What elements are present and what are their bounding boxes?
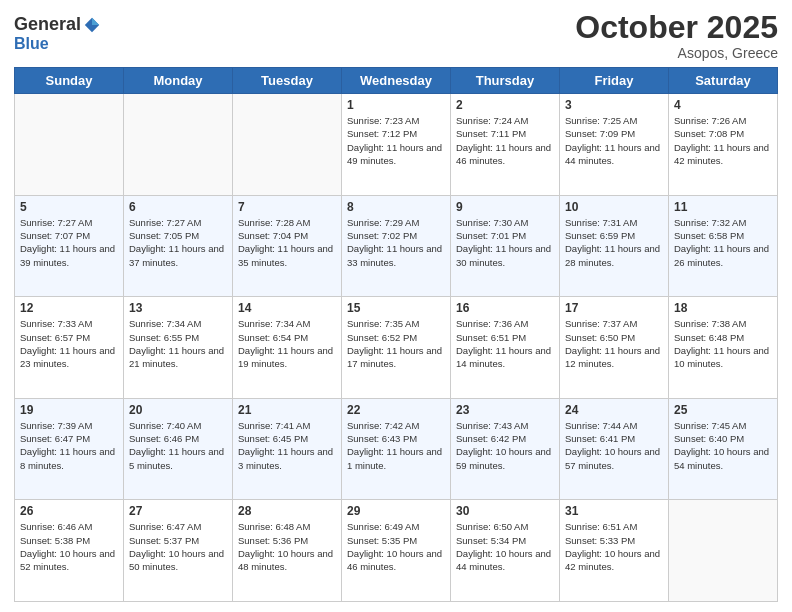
day-info: Sunrise: 7:40 AM Sunset: 6:46 PM Dayligh… xyxy=(129,419,227,472)
day-info: Sunrise: 7:43 AM Sunset: 6:42 PM Dayligh… xyxy=(456,419,554,472)
day-number: 17 xyxy=(565,301,663,315)
weekday-header-row: SundayMondayTuesdayWednesdayThursdayFrid… xyxy=(15,68,778,94)
day-info: Sunrise: 7:36 AM Sunset: 6:51 PM Dayligh… xyxy=(456,317,554,370)
calendar-cell: 13Sunrise: 7:34 AM Sunset: 6:55 PM Dayli… xyxy=(124,297,233,399)
weekday-header: Tuesday xyxy=(233,68,342,94)
month-title: October 2025 xyxy=(575,10,778,45)
day-info: Sunrise: 6:47 AM Sunset: 5:37 PM Dayligh… xyxy=(129,520,227,573)
day-number: 6 xyxy=(129,200,227,214)
calendar-cell: 29Sunrise: 6:49 AM Sunset: 5:35 PM Dayli… xyxy=(342,500,451,602)
calendar-cell: 23Sunrise: 7:43 AM Sunset: 6:42 PM Dayli… xyxy=(451,398,560,500)
calendar-cell xyxy=(669,500,778,602)
day-info: Sunrise: 7:23 AM Sunset: 7:12 PM Dayligh… xyxy=(347,114,445,167)
calendar-cell: 24Sunrise: 7:44 AM Sunset: 6:41 PM Dayli… xyxy=(560,398,669,500)
calendar-cell: 30Sunrise: 6:50 AM Sunset: 5:34 PM Dayli… xyxy=(451,500,560,602)
calendar-cell xyxy=(124,94,233,196)
calendar-cell: 19Sunrise: 7:39 AM Sunset: 6:47 PM Dayli… xyxy=(15,398,124,500)
calendar-week-row: 12Sunrise: 7:33 AM Sunset: 6:57 PM Dayli… xyxy=(15,297,778,399)
day-info: Sunrise: 6:49 AM Sunset: 5:35 PM Dayligh… xyxy=(347,520,445,573)
day-number: 24 xyxy=(565,403,663,417)
day-number: 18 xyxy=(674,301,772,315)
day-number: 19 xyxy=(20,403,118,417)
calendar-cell: 10Sunrise: 7:31 AM Sunset: 6:59 PM Dayli… xyxy=(560,195,669,297)
calendar-cell: 6Sunrise: 7:27 AM Sunset: 7:05 PM Daylig… xyxy=(124,195,233,297)
weekday-header: Wednesday xyxy=(342,68,451,94)
day-info: Sunrise: 7:32 AM Sunset: 6:58 PM Dayligh… xyxy=(674,216,772,269)
day-number: 10 xyxy=(565,200,663,214)
logo-icon xyxy=(83,16,101,34)
day-number: 27 xyxy=(129,504,227,518)
calendar-cell: 11Sunrise: 7:32 AM Sunset: 6:58 PM Dayli… xyxy=(669,195,778,297)
calendar-cell: 9Sunrise: 7:30 AM Sunset: 7:01 PM Daylig… xyxy=(451,195,560,297)
day-number: 3 xyxy=(565,98,663,112)
day-number: 1 xyxy=(347,98,445,112)
logo-text: General xyxy=(14,14,101,35)
day-number: 15 xyxy=(347,301,445,315)
day-number: 2 xyxy=(456,98,554,112)
day-number: 14 xyxy=(238,301,336,315)
day-number: 11 xyxy=(674,200,772,214)
day-info: Sunrise: 7:26 AM Sunset: 7:08 PM Dayligh… xyxy=(674,114,772,167)
day-info: Sunrise: 7:25 AM Sunset: 7:09 PM Dayligh… xyxy=(565,114,663,167)
day-info: Sunrise: 7:27 AM Sunset: 7:07 PM Dayligh… xyxy=(20,216,118,269)
day-number: 9 xyxy=(456,200,554,214)
day-number: 12 xyxy=(20,301,118,315)
day-info: Sunrise: 7:31 AM Sunset: 6:59 PM Dayligh… xyxy=(565,216,663,269)
day-number: 25 xyxy=(674,403,772,417)
page: General Blue October 2025 Asopos, Greece… xyxy=(0,0,792,612)
weekday-header: Saturday xyxy=(669,68,778,94)
day-number: 31 xyxy=(565,504,663,518)
day-info: Sunrise: 7:38 AM Sunset: 6:48 PM Dayligh… xyxy=(674,317,772,370)
day-number: 5 xyxy=(20,200,118,214)
day-info: Sunrise: 7:41 AM Sunset: 6:45 PM Dayligh… xyxy=(238,419,336,472)
day-info: Sunrise: 7:24 AM Sunset: 7:11 PM Dayligh… xyxy=(456,114,554,167)
day-info: Sunrise: 6:50 AM Sunset: 5:34 PM Dayligh… xyxy=(456,520,554,573)
weekday-header: Thursday xyxy=(451,68,560,94)
day-info: Sunrise: 7:45 AM Sunset: 6:40 PM Dayligh… xyxy=(674,419,772,472)
day-number: 30 xyxy=(456,504,554,518)
svg-marker-1 xyxy=(92,17,99,24)
day-number: 21 xyxy=(238,403,336,417)
day-info: Sunrise: 6:51 AM Sunset: 5:33 PM Dayligh… xyxy=(565,520,663,573)
calendar-cell: 3Sunrise: 7:25 AM Sunset: 7:09 PM Daylig… xyxy=(560,94,669,196)
calendar-cell: 1Sunrise: 7:23 AM Sunset: 7:12 PM Daylig… xyxy=(342,94,451,196)
day-info: Sunrise: 7:27 AM Sunset: 7:05 PM Dayligh… xyxy=(129,216,227,269)
calendar-week-row: 5Sunrise: 7:27 AM Sunset: 7:07 PM Daylig… xyxy=(15,195,778,297)
day-info: Sunrise: 6:48 AM Sunset: 5:36 PM Dayligh… xyxy=(238,520,336,573)
calendar-cell xyxy=(15,94,124,196)
day-info: Sunrise: 7:29 AM Sunset: 7:02 PM Dayligh… xyxy=(347,216,445,269)
day-number: 8 xyxy=(347,200,445,214)
weekday-header: Sunday xyxy=(15,68,124,94)
logo-general: General xyxy=(14,14,81,35)
calendar-week-row: 19Sunrise: 7:39 AM Sunset: 6:47 PM Dayli… xyxy=(15,398,778,500)
weekday-header: Friday xyxy=(560,68,669,94)
calendar-table: SundayMondayTuesdayWednesdayThursdayFrid… xyxy=(14,67,778,602)
day-info: Sunrise: 7:30 AM Sunset: 7:01 PM Dayligh… xyxy=(456,216,554,269)
calendar-cell: 27Sunrise: 6:47 AM Sunset: 5:37 PM Dayli… xyxy=(124,500,233,602)
day-info: Sunrise: 7:44 AM Sunset: 6:41 PM Dayligh… xyxy=(565,419,663,472)
day-info: Sunrise: 7:33 AM Sunset: 6:57 PM Dayligh… xyxy=(20,317,118,370)
logo-blue-text: Blue xyxy=(14,35,49,53)
day-info: Sunrise: 7:34 AM Sunset: 6:55 PM Dayligh… xyxy=(129,317,227,370)
calendar-cell: 18Sunrise: 7:38 AM Sunset: 6:48 PM Dayli… xyxy=(669,297,778,399)
calendar-cell: 5Sunrise: 7:27 AM Sunset: 7:07 PM Daylig… xyxy=(15,195,124,297)
day-info: Sunrise: 7:34 AM Sunset: 6:54 PM Dayligh… xyxy=(238,317,336,370)
calendar-week-row: 1Sunrise: 7:23 AM Sunset: 7:12 PM Daylig… xyxy=(15,94,778,196)
day-info: Sunrise: 7:35 AM Sunset: 6:52 PM Dayligh… xyxy=(347,317,445,370)
calendar-cell: 25Sunrise: 7:45 AM Sunset: 6:40 PM Dayli… xyxy=(669,398,778,500)
calendar-cell xyxy=(233,94,342,196)
calendar-cell: 4Sunrise: 7:26 AM Sunset: 7:08 PM Daylig… xyxy=(669,94,778,196)
calendar-cell: 31Sunrise: 6:51 AM Sunset: 5:33 PM Dayli… xyxy=(560,500,669,602)
calendar-week-row: 26Sunrise: 6:46 AM Sunset: 5:38 PM Dayli… xyxy=(15,500,778,602)
day-number: 13 xyxy=(129,301,227,315)
day-number: 22 xyxy=(347,403,445,417)
calendar-cell: 7Sunrise: 7:28 AM Sunset: 7:04 PM Daylig… xyxy=(233,195,342,297)
day-info: Sunrise: 7:42 AM Sunset: 6:43 PM Dayligh… xyxy=(347,419,445,472)
calendar-cell: 21Sunrise: 7:41 AM Sunset: 6:45 PM Dayli… xyxy=(233,398,342,500)
header: General Blue October 2025 Asopos, Greece xyxy=(14,10,778,61)
calendar-cell: 22Sunrise: 7:42 AM Sunset: 6:43 PM Dayli… xyxy=(342,398,451,500)
calendar-cell: 28Sunrise: 6:48 AM Sunset: 5:36 PM Dayli… xyxy=(233,500,342,602)
day-info: Sunrise: 7:37 AM Sunset: 6:50 PM Dayligh… xyxy=(565,317,663,370)
day-info: Sunrise: 6:46 AM Sunset: 5:38 PM Dayligh… xyxy=(20,520,118,573)
day-info: Sunrise: 7:28 AM Sunset: 7:04 PM Dayligh… xyxy=(238,216,336,269)
